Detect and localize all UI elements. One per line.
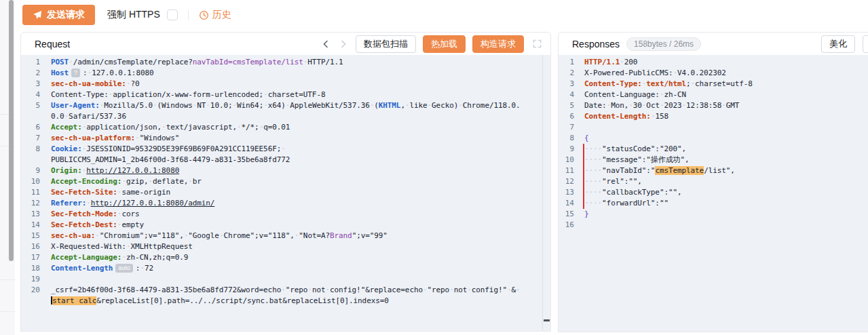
code-content[interactable]: Content-Language:·zh-CN	[584, 90, 868, 100]
code-content[interactable]: Sec-Fetch-Mode:·cors	[51, 209, 542, 220]
code-content[interactable]: ····"message":"操作成功",	[584, 155, 868, 165]
code-line: 14Sec-Fetch-Dest:·empty	[21, 220, 542, 231]
line-number: 12	[21, 198, 51, 209]
code-content[interactable]: Accept-Language:·zh-CN,zh;q=0.9	[51, 252, 542, 263]
code-content[interactable]: Host?:·127.0.0.1:8080	[51, 68, 542, 79]
line-number: 8	[559, 133, 584, 144]
code-content[interactable]	[584, 220, 868, 231]
code-content[interactable]: ····"statusCode":"200",	[584, 144, 868, 155]
line-number: 8	[21, 144, 51, 165]
send-request-button[interactable]: 发送请求	[22, 5, 95, 25]
line-number: 4	[21, 90, 51, 100]
code-content[interactable]: }	[584, 209, 868, 220]
code-line: 13····"callbackType":"",	[559, 187, 868, 198]
collapsed-side-panel	[0, 0, 15, 335]
code-content[interactable]: Date:·Mon,·30·Oct·2023·12:38:58·GMT	[584, 100, 868, 111]
line-number: 13	[21, 209, 51, 220]
line-number: 5	[21, 100, 51, 122]
code-line: 11Sec-Fetch-Site:·same-origin	[21, 187, 542, 198]
code-line: 7sec-ch-ua-platform:·"Windows"	[21, 133, 542, 144]
line-number: 19	[21, 274, 51, 285]
line-number: 6	[559, 111, 584, 122]
chevron-right-icon[interactable]	[338, 39, 349, 50]
request-scroll-annotations[interactable]	[542, 55, 550, 331]
code-line: 15}	[559, 209, 868, 220]
code-content[interactable]: User-Agent:·Mozilla/5.0·(Windows·NT·10.0…	[51, 100, 542, 122]
hot-reload-button[interactable]: 热加载	[423, 35, 466, 53]
code-content[interactable]: Content-Type:·text/html;·charset=utf-8	[584, 79, 868, 90]
code-content[interactable]: X-Powered-PublicCMS:·V4.0.202302	[584, 68, 868, 79]
render-button[interactable]: 渲染	[863, 35, 868, 53]
code-line: 17Accept-Language:·zh-CN,zh;q=0.9	[21, 252, 542, 263]
response-editor[interactable]: 1HTTP/1.1·2002X-Powered-PublicCMS:·V4.0.…	[559, 55, 868, 332]
code-content[interactable]	[584, 122, 868, 133]
line-number: 14	[559, 198, 584, 209]
divider	[0, 311, 15, 312]
code-content[interactable]: ····"forwardUrl":""	[584, 198, 868, 209]
code-content[interactable]: Content-Lengthauto:·72	[51, 263, 542, 274]
toolbar: 发送请求 强制 HTTPS 历史	[18, 0, 868, 30]
side-panel-scrollbar[interactable]	[9, 0, 14, 261]
code-content[interactable]: Referer:·http://127.0.0.1:8080/admin/	[51, 198, 542, 209]
packet-scan-button[interactable]: 数据包扫描	[356, 35, 416, 53]
code-content[interactable]: ····"callbackType":"",	[584, 187, 868, 198]
line-number: 15	[559, 209, 584, 220]
code-line: 19	[21, 274, 542, 285]
code-content[interactable]: ····"navTabId":"cmsTemplate/list",	[584, 165, 868, 176]
line-number: 4	[559, 90, 584, 100]
line-number: 9	[559, 144, 584, 155]
line-number: 1	[21, 57, 51, 68]
history-button[interactable]: 历史	[199, 9, 231, 21]
code-content[interactable]: X-Requested-With:·XMLHttpRequest	[51, 241, 542, 252]
code-content[interactable]: Sec-Fetch-Dest:·empty	[51, 220, 542, 231]
line-number: 16	[559, 220, 584, 231]
code-line: 6Accept:·application/json,·text/javascri…	[21, 122, 542, 133]
code-content[interactable]: Accept:·application/json,·text/javascrip…	[51, 122, 542, 133]
code-content[interactable]: sec-ch-ua-platform:·"Windows"	[51, 133, 542, 144]
code-line: 7	[559, 122, 868, 133]
force-https-checkbox[interactable]	[167, 9, 178, 20]
code-content[interactable]: _csrf=2b46f00d-3f68-4479-a831-35be6a8fd7…	[51, 285, 542, 307]
code-line: 3sec-ch-ua-mobile:·?0	[21, 79, 542, 90]
beautify-button[interactable]: 美化	[821, 35, 855, 53]
line-number: 17	[21, 252, 51, 263]
code-content[interactable]: Content-Type:·application/x-www-form-url…	[51, 90, 542, 100]
code-content[interactable]: ····"rel":"",	[584, 176, 868, 187]
code-content[interactable]: Origin:·http://127.0.0.1:8080	[51, 165, 542, 176]
code-content[interactable]: Content-Length:·158	[584, 111, 868, 122]
code-line: 15sec-ch-ua:·"Chromium";v="118",·"Google…	[21, 231, 542, 241]
code-content[interactable]: sec-ch-ua:·"Chromium";v="118",·"Google·C…	[51, 231, 542, 241]
build-request-button[interactable]: 构造请求	[472, 35, 524, 53]
search-match-marker	[544, 319, 550, 321]
code-line: 12Referer:·http://127.0.0.1:8080/admin/	[21, 198, 542, 209]
code-content[interactable]: Cookie:·JSESSIONID=95329D5E39F69B69F0A29…	[51, 144, 542, 165]
code-content[interactable]: HTTP/1.1·200	[584, 57, 868, 68]
code-line: 10····"message":"操作成功",	[559, 155, 868, 165]
divider	[0, 279, 15, 280]
code-line: 9Origin:·http://127.0.0.1:8080	[21, 165, 542, 176]
send-request-label: 发送请求	[47, 9, 85, 21]
line-number: 3	[21, 79, 51, 90]
line-number: 9	[21, 165, 51, 176]
code-line: 18Content-Lengthauto:·72	[21, 263, 542, 274]
line-number: 16	[21, 241, 51, 252]
code-line: 13Sec-Fetch-Mode:·cors	[21, 209, 542, 220]
code-line: 12····"rel":"",	[559, 176, 868, 187]
line-number: 10	[21, 176, 51, 187]
response-size-badge: 158bytes / 26ms	[626, 37, 701, 51]
line-number: 6	[21, 122, 51, 133]
clock-icon	[199, 10, 209, 20]
code-line: 20_csrf=2b46f00d-3f68-4479-a831-35be6a8f…	[21, 285, 542, 307]
chevron-left-icon[interactable]	[320, 39, 331, 50]
code-line: 1HTTP/1.1·200	[559, 57, 868, 68]
request-editor[interactable]: 1POST·/admin/cmsTemplate/replace?navTabI…	[21, 55, 542, 331]
line-number: 11	[559, 165, 584, 176]
fullscreen-icon[interactable]	[532, 39, 542, 49]
code-content[interactable]	[51, 274, 542, 285]
code-line: 6Content-Length:·158	[559, 111, 868, 122]
code-content[interactable]: {	[584, 133, 868, 144]
code-content[interactable]: Sec-Fetch-Site:·same-origin	[51, 187, 542, 198]
code-content[interactable]: sec-ch-ua-mobile:·?0	[51, 79, 542, 90]
code-content[interactable]: Accept-Encoding:·gzip,·deflate,·br	[51, 176, 542, 187]
code-content[interactable]: POST·/admin/cmsTemplate/replace?navTabId…	[51, 57, 542, 68]
